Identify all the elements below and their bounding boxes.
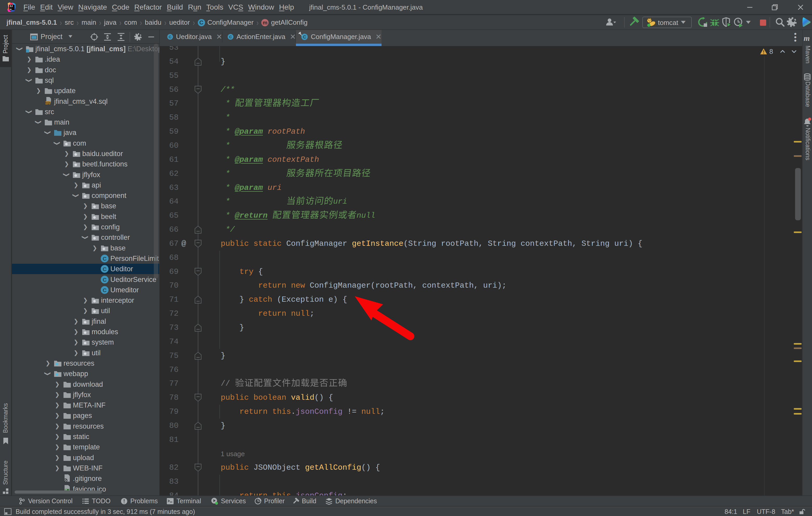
svg-text:C: C	[103, 277, 107, 283]
svg-text:C: C	[229, 35, 232, 39]
svg-text:C: C	[103, 256, 107, 262]
svg-text:C: C	[103, 287, 107, 293]
svg-text:C: C	[103, 266, 107, 272]
svg-text:IJ: IJ	[10, 5, 13, 8]
svg-text:SQL: SQL	[45, 101, 51, 104]
svg-text:C: C	[169, 35, 172, 39]
